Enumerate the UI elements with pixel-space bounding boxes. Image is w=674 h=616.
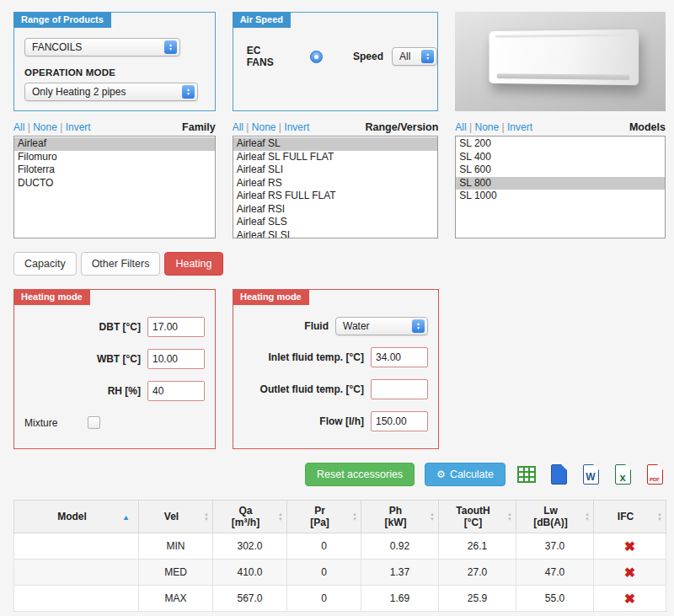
range-version-item[interactable]: Airleaf RSI — [233, 203, 438, 217]
range-version-item[interactable]: Airleaf RS — [233, 177, 438, 190]
top-row: Range of Products FANCOILS OPERATION MOD… — [13, 12, 666, 111]
sort-asc-icon — [122, 511, 130, 522]
excel-export-icon — [615, 464, 631, 485]
family-item[interactable]: Filomuro — [14, 151, 215, 164]
operation-mode-select[interactable]: Only Heating 2 pipes — [24, 83, 198, 101]
range-all-link[interactable]: All — [233, 121, 243, 133]
link-separator: | — [502, 121, 505, 133]
dbt-row: DBT [°C] — [14, 317, 205, 337]
pdf-export-button[interactable] — [644, 463, 666, 485]
wbt-input[interactable] — [147, 349, 205, 369]
tab-capacity[interactable]: Capacity — [13, 252, 77, 276]
fluid-select[interactable]: Water — [335, 317, 428, 335]
inlet-temp-label: Inlet fluid temp. [°C] — [269, 351, 364, 363]
select-stepper-icon — [421, 50, 434, 63]
models-none-link[interactable]: None — [475, 121, 500, 133]
col-lw[interactable]: Lw[dB(A)] — [516, 501, 594, 533]
col-ifc[interactable]: IFC — [594, 501, 666, 533]
col-pr[interactable]: Pr[Pa] — [287, 501, 361, 533]
family-none-link[interactable]: None — [33, 121, 57, 133]
col-model[interactable]: Model — [14, 501, 139, 533]
mixture-checkbox[interactable] — [88, 416, 100, 429]
copy-icon — [551, 464, 567, 485]
calculate-button[interactable]: ⚙ Calculate — [425, 463, 506, 486]
range-invert-link[interactable]: Invert — [284, 121, 309, 133]
copy-export-button[interactable] — [548, 463, 570, 485]
flow-row: Flow [l/h] — [233, 411, 428, 431]
family-item[interactable]: Filoterra — [14, 163, 215, 177]
sort-icon — [507, 512, 512, 522]
family-title: Family — [182, 121, 216, 133]
range-version-item[interactable]: Airleaf SLSI — [233, 229, 438, 239]
col-qa[interactable]: Qa[m³/h] — [213, 501, 287, 533]
models-title: Models — [629, 121, 666, 133]
table-row[interactable]: MED 410.0 0 1.37 27.0 47.0 ✖ — [14, 560, 666, 586]
rh-input[interactable] — [147, 381, 205, 401]
ec-fans-label: EC FANS — [247, 45, 290, 68]
table-row[interactable]: MIN 302.0 0 0.92 26.1 37.0 ✖ — [14, 533, 666, 560]
pdf-export-icon — [647, 464, 663, 485]
product-range-select[interactable]: FANCOILS — [24, 38, 180, 56]
family-all-link[interactable]: All — [13, 121, 24, 133]
family-listbox[interactable]: Airleaf Filomuro Filoterra DUCTO — [13, 136, 216, 238]
range-version-column: All | None | Invert Range/Version Airlea… — [233, 121, 439, 238]
range-version-item[interactable]: Airleaf SLS — [233, 216, 438, 229]
heating-row: Heating mode DBT [°C] WBT [°C] RH [%] Mi… — [13, 289, 666, 449]
table-row[interactable]: MAX 567.0 0 1.69 25.9 55.0 ✖ — [14, 586, 666, 612]
word-export-button[interactable] — [580, 463, 602, 485]
models-all-link[interactable]: All — [455, 121, 466, 133]
inlet-temp-input[interactable] — [371, 347, 428, 367]
family-item[interactable]: Airleaf — [14, 137, 215, 151]
excel-export-button[interactable] — [612, 463, 634, 485]
flow-input[interactable] — [371, 411, 428, 431]
cell-taouth: 26.1 — [439, 533, 516, 560]
models-invert-link[interactable]: Invert — [507, 121, 532, 133]
lists-row: All | None | Invert Family Airleaf Filom… — [13, 121, 666, 238]
model-item[interactable]: SL 600 — [456, 163, 665, 177]
family-invert-link[interactable]: Invert — [66, 121, 91, 133]
link-separator: | — [60, 121, 62, 133]
calculate-label: Calculate — [450, 469, 494, 480]
tab-heating[interactable]: Heating — [164, 252, 222, 276]
sort-icon — [278, 512, 283, 522]
cell-model — [14, 586, 139, 612]
ec-fans-radio[interactable] — [310, 51, 323, 63]
actions-bar: Reset accessories ⚙ Calculate — [13, 463, 666, 486]
model-item[interactable]: SL 1000 — [456, 190, 665, 203]
range-none-link[interactable]: None — [252, 121, 276, 133]
dbt-input[interactable] — [147, 317, 205, 337]
cell-ph: 0.92 — [361, 533, 439, 560]
reset-accessories-button[interactable]: Reset accessories — [305, 463, 415, 486]
range-version-listbox[interactable]: Airleaf SL Airleaf SL FULL FLAT Airleaf … — [233, 136, 439, 238]
ifc-reject-icon[interactable]: ✖ — [594, 533, 666, 560]
range-version-item[interactable]: Airleaf SLI — [233, 163, 438, 177]
model-item[interactable]: SL 200 — [456, 137, 665, 151]
range-version-item[interactable]: Airleaf SL FULL FLAT — [233, 151, 438, 164]
ifc-reject-icon[interactable]: ✖ — [594, 560, 666, 586]
range-version-item[interactable]: Airleaf RS FULL FLAT — [233, 190, 438, 203]
fluid-row: Fluid Water — [233, 317, 428, 335]
cell-qa: 410.0 — [213, 560, 287, 586]
cell-lw: 55.0 — [516, 586, 594, 612]
cell-lw: 47.0 — [516, 560, 594, 586]
model-item[interactable]: SL 400 — [456, 151, 665, 164]
ifc-reject-icon[interactable]: ✖ — [594, 586, 666, 612]
tab-other-filters[interactable]: Other Filters — [81, 252, 161, 276]
outlet-temp-input[interactable] — [371, 379, 428, 399]
sort-icon — [352, 512, 357, 522]
link-separator: | — [279, 121, 281, 133]
model-item[interactable]: SL 800 — [456, 177, 665, 190]
mixture-row: Mixture — [24, 416, 215, 429]
col-ph[interactable]: Ph[kW] — [361, 501, 439, 533]
speed-select[interactable]: All — [392, 47, 437, 66]
family-item[interactable]: DUCTO — [14, 177, 215, 190]
fluid-value: Water — [336, 320, 412, 332]
table-export-button[interactable] — [516, 463, 538, 485]
col-vel[interactable]: Vel — [139, 501, 213, 533]
col-taouth[interactable]: TaoutH[°C] — [439, 501, 516, 533]
rh-label: RH [%] — [108, 385, 141, 397]
range-of-products-panel: Range of Products FANCOILS OPERATION MOD… — [13, 12, 216, 111]
cell-qa: 567.0 — [213, 586, 287, 612]
models-listbox[interactable]: SL 200 SL 400 SL 600 SL 800 SL 1000 — [455, 136, 666, 238]
range-version-item[interactable]: Airleaf SL — [233, 137, 438, 151]
